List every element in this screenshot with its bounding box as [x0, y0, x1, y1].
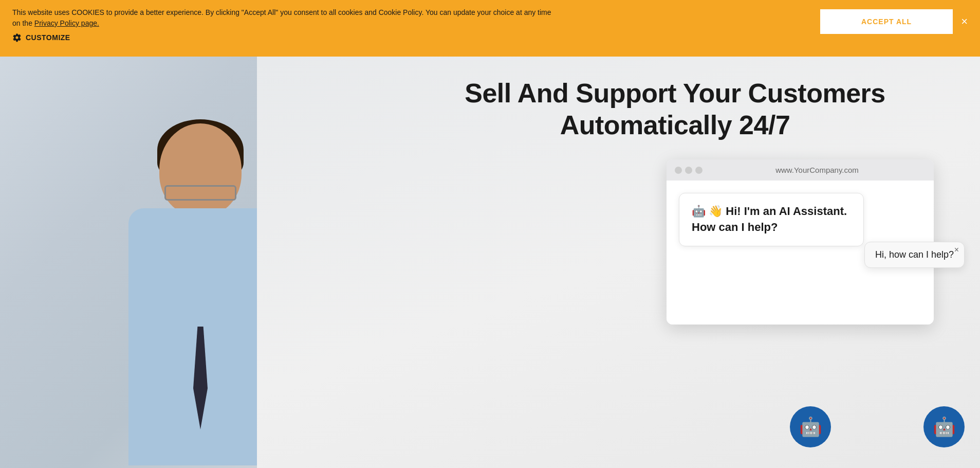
browser-dot-2 — [685, 167, 692, 174]
browser-titlebar: www.YourCompany.com — [667, 159, 934, 181]
browser-url: www.YourCompany.com — [709, 166, 926, 174]
hero-heading: Sell And Support Your Customers Automati… — [444, 77, 907, 141]
person-glasses — [164, 185, 236, 201]
cookie-actions: ACCEPT ALL × — [820, 7, 968, 34]
customize-label: CUSTOMIZE — [26, 33, 70, 42]
chat-bubble-text: Hi, how can I help? — [875, 249, 954, 260]
browser-dot-1 — [675, 167, 682, 174]
main-content: Sell And Support Your Customers Automati… — [0, 57, 980, 468]
browser-dots — [675, 167, 702, 174]
chat-widget: 🤖 👋 Hi! I'm an AI Assistant. How can I h… — [679, 193, 864, 246]
hero-title: Sell And Support Your Customers Automati… — [444, 77, 907, 141]
cookie-description: This website uses COOKIES to provide a b… — [12, 7, 552, 29]
hero-title-line1: Sell And Support Your Customers — [465, 78, 885, 108]
person-tie — [193, 327, 208, 429]
privacy-policy-link[interactable]: Privacy Policy page. — [34, 19, 99, 27]
chat-bubble-close-button[interactable]: × — [954, 245, 959, 255]
person-head — [159, 123, 242, 216]
cookie-text-section: This website uses COOKIES to provide a b… — [12, 7, 552, 42]
browser-dot-3 — [695, 167, 702, 174]
bot-avatar-left[interactable]: 🤖 — [790, 406, 831, 447]
hero-title-line2: Automatically 24/7 — [560, 110, 790, 140]
cookie-banner: This website uses COOKIES to provide a b… — [0, 0, 980, 57]
hero-section: Sell And Support Your Customers Automati… — [0, 57, 980, 468]
gear-icon — [12, 33, 22, 42]
bot-face-right: 🤖 — [933, 416, 956, 438]
bot-avatar-right[interactable]: 🤖 — [923, 406, 965, 447]
chat-bubble-outside: × Hi, how can I help? — [864, 242, 965, 268]
wave-emoji: 👋 — [709, 205, 723, 218]
accept-all-button[interactable]: ACCEPT ALL — [820, 9, 953, 34]
cookie-close-button[interactable]: × — [961, 16, 968, 27]
bot-face-left: 🤖 — [799, 416, 822, 438]
chat-message: 🤖 👋 Hi! I'm an AI Assistant. How can I h… — [692, 204, 851, 236]
person-body — [128, 208, 272, 465]
robot-emoji: 🤖 — [692, 205, 706, 218]
customize-button[interactable]: CUSTOMIZE — [12, 33, 552, 42]
